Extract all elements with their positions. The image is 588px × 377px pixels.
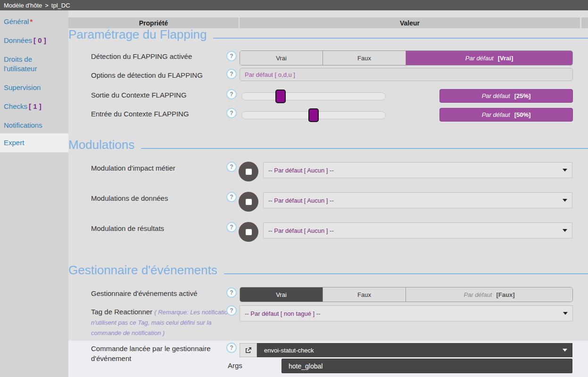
- stop-icon: [246, 169, 252, 175]
- sidebar-item-label: Données: [4, 36, 32, 44]
- sidebar-item-label: Général: [4, 17, 29, 25]
- reactionner-tag-label: Tag de Reactionner ( Remarque: Les notif…: [91, 307, 237, 338]
- external-link-icon: [245, 347, 252, 354]
- section-event-handler: Gestionnaire d'événements: [68, 263, 588, 278]
- section-modulations: Modulations: [68, 138, 588, 152]
- flapping-low-label: Sortie du Contexte FLAPPING: [91, 90, 187, 100]
- section-title: Modulations: [68, 138, 134, 152]
- command-select[interactable]: envoi-statut-check: [257, 343, 572, 357]
- breadcrumb-separator: >: [45, 2, 49, 9]
- flapping-detection-label: Détection du FLAPPING activée: [91, 51, 192, 61]
- open-command-button[interactable]: [240, 343, 257, 357]
- stop-circle-button[interactable]: [239, 192, 258, 212]
- toggle-default-button[interactable]: Par défaut [Vrai]: [406, 51, 572, 65]
- help-icon[interactable]: ?: [226, 192, 237, 202]
- selected-value: -- Par défaut [ Aucun ] --: [268, 167, 334, 174]
- stop-icon: [246, 229, 252, 235]
- low-threshold-default-button[interactable]: Par défaut [25%]: [439, 89, 573, 103]
- default-label: Par défaut: [465, 55, 494, 62]
- help-icon[interactable]: ?: [226, 343, 237, 353]
- help-icon[interactable]: ?: [226, 287, 237, 298]
- help-icon[interactable]: ?: [226, 162, 237, 172]
- help-icon[interactable]: ?: [226, 222, 237, 232]
- count-badge: [ 1 ]: [29, 102, 41, 110]
- default-value: [50%]: [514, 111, 531, 118]
- help-icon[interactable]: ?: [226, 51, 237, 61]
- breadcrumb-current: tpl_DC: [51, 2, 70, 9]
- modulation-donnees-select[interactable]: -- Par défaut [ Aucun ] --: [263, 192, 572, 208]
- sidebar-item-general[interactable]: Général*: [4, 17, 64, 26]
- sidebar-item-label: Checks: [4, 102, 27, 110]
- count-badge: [ 0 ]: [33, 36, 46, 44]
- column-header-stub: [581, 17, 588, 28]
- help-icon[interactable]: ?: [226, 305, 237, 316]
- flapping-options-label: Options de détection du FLAPPING: [91, 70, 203, 80]
- sidebar-item-label: Droits de l'utilisateur: [4, 55, 37, 73]
- chevron-down-icon: [563, 349, 567, 352]
- high-threshold-slider[interactable]: [241, 111, 386, 119]
- sidebar-item-notifications[interactable]: Notifications: [4, 121, 64, 130]
- default-label: Par défaut: [482, 92, 510, 99]
- modulation-resultats-label: Modulation de résultats: [91, 223, 164, 233]
- modulation-impact-label: Modulation d'impact métier: [91, 163, 175, 173]
- args-input[interactable]: [282, 359, 572, 373]
- slider-handle[interactable]: [275, 90, 286, 103]
- flapping-detection-toggle: Vrai Faux Par défaut [Vrai]: [240, 50, 573, 66]
- column-header-value: Valeur: [240, 17, 580, 28]
- event-handler-enabled-label: Gestionnaire d'événements activé: [91, 288, 198, 298]
- flapping-options-input[interactable]: [240, 68, 573, 81]
- selected-value: -- Par défaut [ Aucun ] --: [268, 227, 334, 234]
- section-underline: [141, 148, 588, 149]
- sidebar: Général* Données[ 0 ] Droits de l'utilis…: [0, 10, 68, 377]
- selected-value: -- Par défaut [ non tagué ] --: [245, 310, 320, 317]
- stop-circle-button[interactable]: [239, 222, 258, 242]
- toggle-false-button[interactable]: Faux: [323, 287, 406, 302]
- chevron-down-icon: [563, 229, 567, 232]
- required-asterisk: *: [30, 17, 33, 25]
- help-icon[interactable]: ?: [226, 69, 237, 79]
- label-text: Tag de Reactionner: [91, 308, 152, 316]
- chevron-down-icon: [563, 312, 568, 315]
- chevron-down-icon: [563, 169, 567, 172]
- default-label: Par défaut: [482, 111, 510, 118]
- command-label: Commande lancée par le gestionnaire d'év…: [91, 344, 232, 363]
- default-label: Par défaut: [464, 291, 492, 298]
- modulation-resultats-select[interactable]: -- Par défaut [ Aucun ] --: [263, 222, 572, 238]
- stop-circle-button[interactable]: [239, 162, 258, 181]
- sidebar-item-donnees[interactable]: Données[ 0 ]: [4, 36, 64, 45]
- section-flapping: Paramétrage du Flapping: [68, 27, 588, 42]
- sidebar-item-label: Notifications: [4, 121, 42, 129]
- toggle-true-button[interactable]: Vrai: [240, 287, 323, 302]
- modulation-impact-select[interactable]: -- Par défaut [ Aucun ] --: [263, 162, 572, 178]
- sidebar-item-checks[interactable]: Checks[ 1 ]: [4, 102, 64, 111]
- sidebar-item-label: Supervision: [4, 83, 41, 91]
- section-title: Paramétrage du Flapping: [68, 27, 207, 42]
- breadcrumb-root[interactable]: Modèle d'hôte: [4, 2, 42, 9]
- breadcrumb: Modèle d'hôte > tpl_DC: [0, 0, 588, 10]
- sidebar-item-droits-utilisateur[interactable]: Droits de l'utilisateur: [4, 55, 64, 74]
- high-threshold-default-button[interactable]: Par défaut [50%]: [439, 108, 573, 122]
- sidebar-item-expert[interactable]: Expert: [4, 138, 64, 148]
- toggle-true-button[interactable]: Vrai: [240, 51, 323, 65]
- help-icon[interactable]: ?: [226, 89, 237, 99]
- reactionner-tag-select[interactable]: -- Par défaut [ non tagué ] --: [240, 305, 573, 321]
- section-underline: [224, 273, 588, 274]
- modulation-donnees-label: Modulations de données: [91, 193, 168, 203]
- section-title: Gestionnaire d'événements: [68, 263, 217, 278]
- toggle-false-button[interactable]: Faux: [323, 51, 406, 65]
- toggle-default-button[interactable]: Par défaut [Faux]: [406, 287, 572, 302]
- stop-icon: [246, 199, 252, 205]
- chevron-down-icon: [563, 199, 567, 202]
- selected-value: -- Par défaut [ Aucun ] --: [268, 197, 334, 204]
- args-label: Args: [228, 361, 242, 369]
- default-value: [25%]: [514, 92, 531, 99]
- selected-value: envoi-statut-check: [264, 347, 314, 354]
- sidebar-item-label: Expert: [4, 139, 24, 147]
- section-underline: [213, 38, 588, 39]
- column-header-property: Propriété: [68, 17, 239, 28]
- help-icon[interactable]: ?: [226, 108, 237, 118]
- flapping-high-label: Entrée du Contexte FLAPPING: [91, 109, 189, 119]
- sidebar-item-supervision[interactable]: Supervision: [4, 83, 64, 92]
- low-threshold-slider[interactable]: [241, 92, 386, 100]
- slider-handle[interactable]: [308, 108, 319, 122]
